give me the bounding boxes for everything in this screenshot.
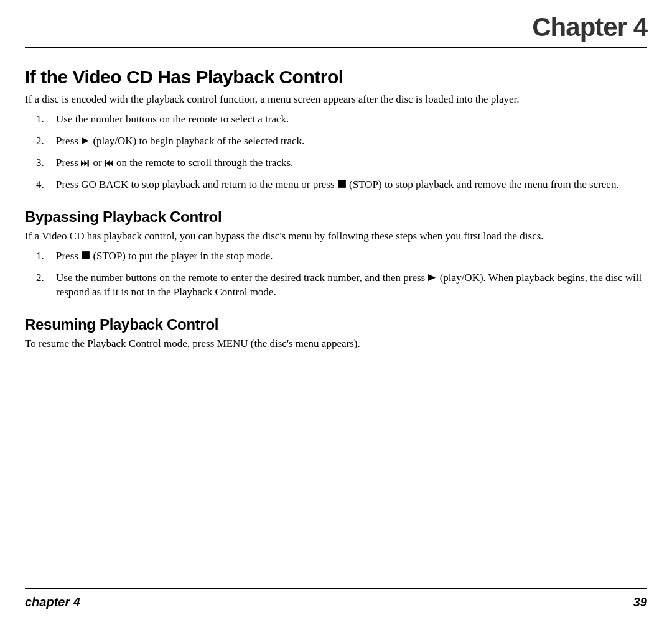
play-icon	[427, 272, 437, 280]
list-item: Press GO BACK to stop playback and retur…	[25, 178, 647, 192]
svg-marker-5	[106, 160, 109, 166]
prev-track-icon	[105, 157, 114, 165]
svg-marker-0	[82, 137, 89, 144]
page-number: 39	[633, 595, 647, 609]
list-item: Use the number buttons on the remote to …	[25, 113, 647, 127]
svg-rect-4	[105, 160, 106, 166]
step-text: Use the number buttons on the remote to …	[56, 272, 427, 284]
step-text: (play/OK) to begin playback of the selec…	[93, 135, 304, 147]
body-paragraph: To resume the Playback Control mode, pre…	[25, 337, 647, 351]
svg-marker-6	[110, 160, 113, 166]
section-title-playback-control: If the Video CD Has Playback Control	[25, 67, 647, 88]
step-text: Press GO BACK to stop playback and retur…	[56, 178, 337, 190]
step-text: or	[93, 157, 104, 169]
section-title-bypassing: Bypassing Playback Control	[25, 208, 647, 226]
step-text: Press	[56, 135, 81, 147]
next-track-icon	[81, 157, 90, 165]
list-item: Use the number buttons on the remote to …	[25, 271, 647, 300]
svg-rect-8	[82, 251, 90, 259]
step-text: Press	[56, 250, 81, 262]
section-title-resuming: Resuming Playback Control	[25, 316, 647, 333]
step-text: Press	[56, 157, 81, 169]
svg-marker-1	[81, 160, 84, 166]
chapter-header: Chapter 4	[25, 12, 647, 48]
step-text: (STOP) to stop playback and remove the m…	[349, 178, 619, 190]
intro-paragraph: If a disc is encoded with the playback c…	[25, 93, 647, 106]
svg-marker-9	[428, 274, 436, 281]
page-footer: chapter 4 39	[25, 588, 647, 609]
svg-marker-2	[84, 160, 87, 166]
list-item: Press or on the remote to scroll through…	[25, 156, 647, 170]
steps-list-playback: Use the number buttons on the remote to …	[25, 113, 647, 192]
stop-icon	[337, 178, 347, 187]
step-text: (STOP) to put the player in the stop mod…	[93, 250, 273, 262]
stop-icon	[81, 250, 90, 258]
steps-list-bypassing: Press (STOP) to put the player in the st…	[25, 249, 647, 300]
list-item: Press (play/OK) to begin playback of the…	[25, 134, 647, 149]
step-text: Use the number buttons on the remote to …	[56, 113, 289, 125]
play-icon	[81, 135, 90, 143]
svg-rect-7	[338, 180, 346, 188]
intro-paragraph: If a Video CD has playback control, you …	[25, 229, 647, 243]
list-item: Press (STOP) to put the player in the st…	[25, 249, 647, 264]
svg-rect-3	[88, 160, 89, 166]
step-text: on the remote to scroll through the trac…	[116, 157, 293, 169]
footer-chapter-label: chapter 4	[25, 595, 80, 609]
